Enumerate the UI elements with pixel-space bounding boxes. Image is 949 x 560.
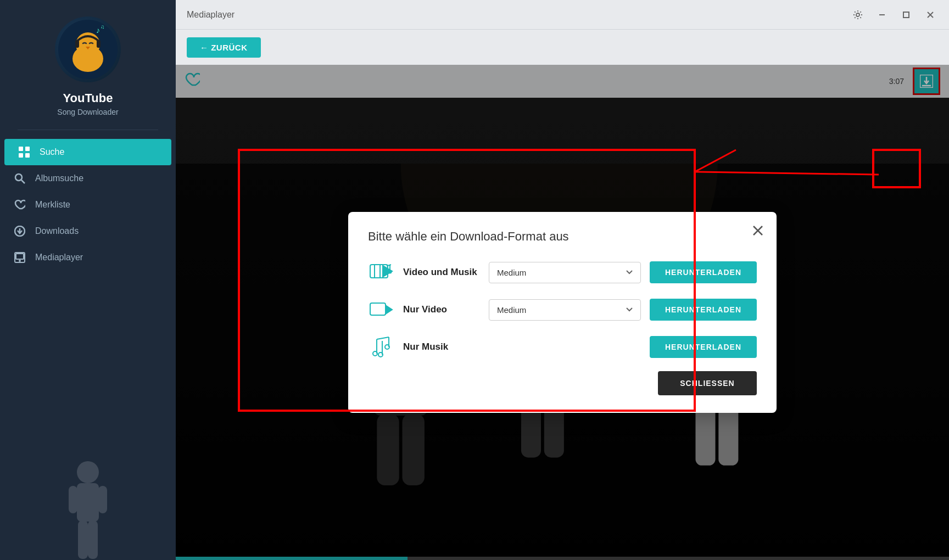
title-bar-left: Mediaplayer — [187, 10, 235, 20]
modal-overlay: Bitte wähle ein Download-Format aus — [176, 65, 949, 560]
svg-rect-22 — [78, 520, 88, 559]
sidebar-divider — [18, 130, 158, 130]
svg-rect-7 — [19, 147, 23, 151]
sidebar-item-merkliste[interactable]: Merkliste — [0, 192, 176, 218]
video-music-download-button[interactable]: HERUNTERLADEN — [650, 261, 757, 283]
video-music-quality-select[interactable]: Medium Niedrig Hoch Sehr hoch — [489, 262, 641, 283]
settings-button[interactable] — [850, 7, 866, 23]
modal-row-music-only: Nur Musik HERUNTERLADEN — [368, 334, 757, 360]
video-music-icon — [368, 259, 394, 285]
svg-point-17 — [19, 260, 20, 261]
sidebar-item-suche-label: Suche — [40, 147, 64, 157]
modal-title: Bitte wähle ein Download-Format aus — [368, 229, 757, 244]
svg-rect-26 — [903, 12, 909, 18]
sidebar-item-merkliste-label: Merkliste — [35, 200, 70, 210]
svg-rect-61 — [370, 303, 386, 315]
music-only-download-button[interactable]: HERUNTERLADEN — [650, 336, 757, 358]
modal-close-action-button[interactable]: SCHLIESSEN — [658, 371, 757, 395]
svg-rect-21 — [98, 486, 107, 513]
svg-point-18 — [77, 461, 99, 483]
sidebar: ♪ ♫ YouTube Song Downloader Suche — [0, 0, 176, 560]
title-bar: Mediaplayer — [176, 0, 949, 30]
maximize-button[interactable] — [898, 7, 914, 23]
video-only-download-button[interactable]: HERUNTERLADEN — [650, 299, 757, 321]
svg-point-24 — [856, 13, 859, 16]
sidebar-nav: Suche Albumsuche Merkliste — [0, 139, 176, 271]
sidebar-item-mediaplayer[interactable]: Mediaplayer — [0, 244, 176, 271]
svg-line-65 — [377, 337, 389, 339]
window-title: Mediaplayer — [187, 10, 235, 20]
svg-rect-16 — [16, 254, 24, 259]
modal-footer: SCHLIESSEN — [368, 371, 757, 395]
video-only-icon — [368, 296, 394, 323]
avatar: ♪ ♫ — [55, 16, 121, 82]
download-icon — [13, 226, 26, 237]
minimize-button[interactable] — [874, 7, 890, 23]
music-only-label: Nur Musik — [403, 341, 480, 352]
mediaplayer-icon — [13, 252, 26, 263]
sidebar-item-albumsuche[interactable]: Albumsuche — [0, 165, 176, 192]
sidebar-item-downloads[interactable]: Downloads — [0, 218, 176, 244]
svg-text:♪: ♪ — [96, 26, 100, 35]
svg-point-59 — [386, 271, 388, 274]
modal-close-button[interactable] — [748, 221, 768, 240]
app-subtitle: Song Downloader — [57, 108, 118, 116]
toolbar: ← ZURÜCK — [176, 30, 949, 65]
sidebar-item-suche[interactable]: Suche — [4, 139, 171, 165]
video-only-quality-select[interactable]: Medium Niedrig Hoch Sehr hoch — [489, 299, 641, 321]
svg-line-12 — [21, 180, 25, 183]
svg-rect-20 — [69, 486, 77, 513]
search-icon — [13, 173, 26, 184]
modal-row-video-only: Nur Video Medium Niedrig Hoch Sehr hoch … — [368, 296, 757, 323]
video-music-label: Video und Musik — [403, 267, 480, 278]
main-content: Mediaplayer — [176, 0, 949, 560]
music-only-icon — [368, 334, 394, 360]
video-only-label: Nur Video — [403, 304, 480, 315]
app-title: YouTube — [63, 91, 113, 105]
svg-text:♫: ♫ — [101, 24, 105, 30]
close-button[interactable] — [923, 7, 938, 23]
svg-point-11 — [15, 174, 22, 181]
svg-marker-62 — [386, 305, 392, 314]
sidebar-silhouette — [0, 450, 176, 560]
sidebar-item-albumsuche-label: Albumsuche — [35, 173, 83, 183]
sidebar-item-mediaplayer-label: Mediaplayer — [35, 253, 83, 262]
svg-rect-9 — [19, 153, 23, 158]
grid-icon — [18, 147, 31, 158]
title-bar-controls — [850, 7, 938, 23]
svg-rect-8 — [25, 147, 30, 151]
back-button[interactable]: ← ZURÜCK — [187, 37, 261, 58]
download-format-modal: Bitte wähle ein Download-Format aus — [348, 212, 777, 413]
svg-rect-23 — [88, 520, 98, 559]
svg-point-58 — [389, 271, 392, 273]
modal-row-video-music: Video und Musik Medium Niedrig Hoch Sehr… — [368, 259, 757, 285]
media-area: 3:07 Bitte wähle ein Download-Format aus — [176, 65, 949, 560]
svg-rect-10 — [25, 153, 30, 158]
heart-icon — [13, 199, 26, 210]
sidebar-item-downloads-label: Downloads — [35, 226, 79, 236]
svg-rect-19 — [77, 483, 99, 522]
